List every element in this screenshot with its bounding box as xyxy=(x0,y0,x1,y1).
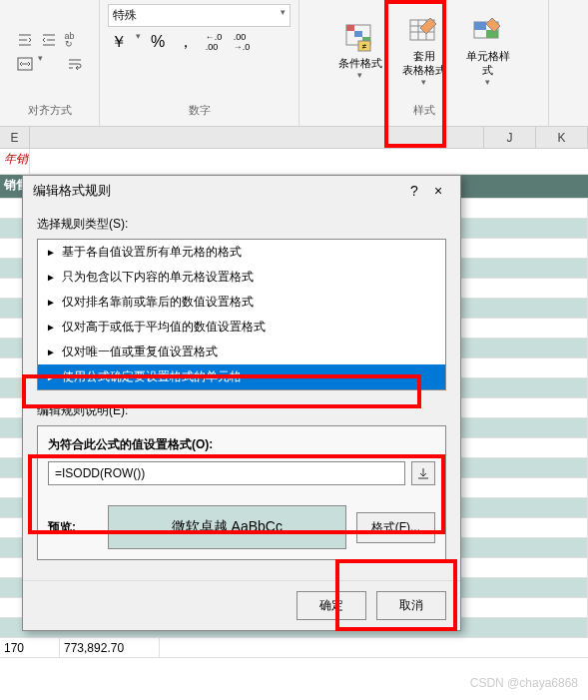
conditional-format-label: 条件格式 xyxy=(338,57,382,70)
rule-label: 基于各自值设置所有单元格的格式 xyxy=(62,244,242,261)
wrap-text-icon[interactable] xyxy=(64,53,86,75)
dialog-titlebar: 编辑格式规则 ? × xyxy=(23,176,460,206)
preview-box: 微软卓越 AaBbCc xyxy=(108,505,346,549)
cell-value[interactable]: 170 xyxy=(0,638,60,657)
rule-type-item[interactable]: ►仅对排名靠前或靠后的数值设置格式 xyxy=(38,290,445,315)
rule-label: 仅对排名靠前或靠后的数值设置格式 xyxy=(62,294,254,311)
rule-type-item[interactable]: ►基于各自值设置所有单元格的格式 xyxy=(38,240,445,265)
rule-type-item[interactable]: ►仅对高于或低于平均值的数值设置格式 xyxy=(38,315,445,340)
ribbon: ▾ ab↻ 对齐方式 特殊 xyxy=(0,0,588,127)
arrow-icon: ► xyxy=(46,272,56,283)
edit-format-rule-dialog: 编辑格式规则 ? × 选择规则类型(S): ►基于各自值设置所有单元格的格式 ►… xyxy=(22,175,461,631)
orientation-icon[interactable]: ab↻ xyxy=(64,29,86,51)
styles-group-label: 样式 xyxy=(413,99,435,122)
cell-styles-icon xyxy=(472,16,504,48)
indent-increase-icon[interactable] xyxy=(38,29,60,51)
alignment-group-label: 对齐方式 xyxy=(28,99,72,122)
chevron-down-icon: ▾ xyxy=(421,77,426,87)
edit-description-label: 编辑规则说明(E): xyxy=(37,402,446,419)
cell-value[interactable]: 773,892.70 xyxy=(60,638,160,657)
arrow-icon: ► xyxy=(46,347,56,357)
decrease-decimal-icon[interactable]: .00→.0 xyxy=(231,31,253,53)
dialog-title: 编辑格式规则 xyxy=(33,182,402,200)
rule-label: 使用公式确定要设置格式的单元格 xyxy=(62,368,242,385)
preview-label: 预览: xyxy=(48,519,98,536)
svg-rect-9 xyxy=(474,22,486,30)
rule-type-item[interactable]: ►仅对唯一值或重复值设置格式 xyxy=(38,340,445,364)
styles-group: ≠ 条件格式 ▾ 套用 表格格式 ▾ xyxy=(299,0,549,126)
arrow-icon: ► xyxy=(46,297,56,308)
formula-label: 为符合此公式的值设置格式(O): xyxy=(48,436,435,453)
col-header-gap xyxy=(30,127,484,148)
merge-cells-icon[interactable] xyxy=(14,53,36,75)
rule-label: 只为包含以下内容的单元格设置格式 xyxy=(62,269,254,286)
rule-type-item-selected[interactable]: ►使用公式确定要设置格式的单元格 xyxy=(38,364,445,389)
title-cell[interactable]: 年销 xyxy=(0,149,30,174)
number-group: 特殊 ▾ ￥ ▾ % ， ←.0.00 .00→.0 数字 xyxy=(100,0,299,126)
formula-section: 为符合此公式的值设置格式(O): 预览: 微软卓越 AaBbCc 格式(F)..… xyxy=(37,425,446,560)
range-picker-button[interactable] xyxy=(411,461,435,485)
col-header[interactable]: E xyxy=(0,127,30,148)
ok-button[interactable]: 确定 xyxy=(296,591,366,620)
indent-decrease-icon[interactable] xyxy=(14,29,36,51)
title-row: 年销 xyxy=(0,149,588,175)
arrow-icon: ► xyxy=(46,371,56,382)
rule-label: 仅对高于或低于平均值的数值设置格式 xyxy=(62,319,266,336)
alignment-group: ▾ ab↻ 对齐方式 xyxy=(0,0,100,126)
number-format-value: 特殊 xyxy=(113,7,137,24)
dialog-footer: 确定 取消 xyxy=(23,580,460,630)
rule-type-list: ►基于各自值设置所有单元格的格式 ►只为包含以下内容的单元格设置格式 ►仅对排名… xyxy=(37,239,446,390)
conditional-format-button[interactable]: ≠ 条件格式 ▾ xyxy=(330,19,390,84)
formula-input[interactable] xyxy=(48,461,405,485)
watermark: CSDN @chaya6868 xyxy=(470,676,578,690)
number-group-label: 数字 xyxy=(189,99,211,122)
close-button[interactable]: × xyxy=(426,183,450,199)
table-format-label: 套用 表格格式 xyxy=(402,50,446,76)
chevron-down-icon[interactable]: ▾ xyxy=(136,31,141,53)
column-headers: E J K xyxy=(0,127,588,149)
comma-icon[interactable]: ， xyxy=(175,31,197,53)
chevron-down-icon: ▾ xyxy=(357,70,362,80)
increase-decimal-icon[interactable]: ←.0.00 xyxy=(203,31,225,53)
arrow-icon: ► xyxy=(46,322,56,333)
cancel-button[interactable]: 取消 xyxy=(376,591,446,620)
currency-icon[interactable]: ￥ xyxy=(108,31,130,53)
table-format-icon xyxy=(408,16,440,48)
svg-text:≠: ≠ xyxy=(361,42,366,51)
table-row: 170 773,892.70 xyxy=(0,638,588,658)
rule-label: 仅对唯一值或重复值设置格式 xyxy=(62,344,218,360)
chevron-down-icon: ▾ xyxy=(281,7,286,24)
arrow-icon: ► xyxy=(46,247,56,258)
select-rule-type-label: 选择规则类型(S): xyxy=(37,216,446,233)
chevron-down-icon[interactable]: ▾ xyxy=(38,53,43,75)
help-button[interactable]: ? xyxy=(402,183,426,199)
table-format-button[interactable]: 套用 表格格式 ▾ xyxy=(394,12,454,90)
number-format-select[interactable]: 特殊 ▾ xyxy=(108,4,291,27)
conditional-format-icon: ≠ xyxy=(344,23,376,55)
chevron-down-icon: ▾ xyxy=(485,77,490,87)
rule-type-item[interactable]: ►只为包含以下内容的单元格设置格式 xyxy=(38,265,445,290)
svg-rect-10 xyxy=(486,30,498,38)
cell-styles-label: 单元格样式 xyxy=(462,50,514,76)
svg-rect-3 xyxy=(354,31,362,37)
cell-styles-button[interactable]: 单元格样式 ▾ xyxy=(458,12,518,90)
percent-icon[interactable]: % xyxy=(147,31,169,53)
collapse-icon xyxy=(416,466,430,480)
format-button[interactable]: 格式(F)... xyxy=(356,512,435,543)
col-header[interactable]: K xyxy=(536,127,588,148)
svg-rect-2 xyxy=(346,25,354,31)
col-header[interactable]: J xyxy=(484,127,536,148)
